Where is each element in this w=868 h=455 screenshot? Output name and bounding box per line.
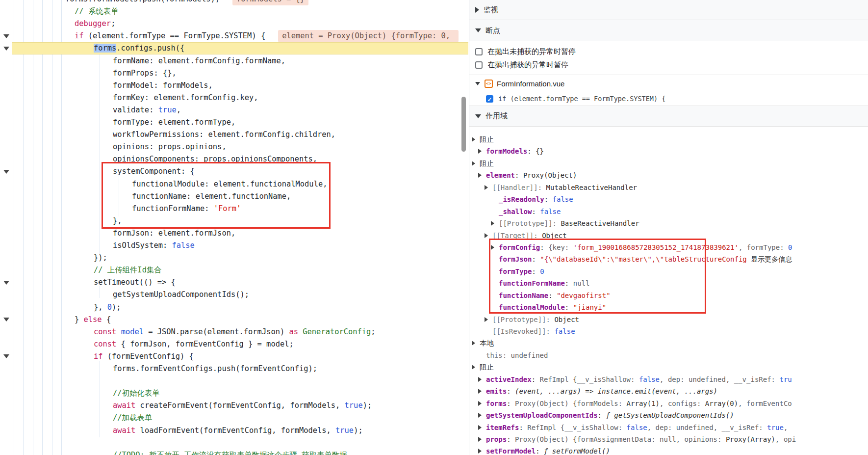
expand-arrow-icon[interactable]	[478, 413, 482, 418]
expand-arrow-icon[interactable]	[472, 341, 475, 346]
expand-arrow-icon[interactable]	[472, 137, 475, 142]
source-editor[interactable]: forms.formModels.push(formModels);formMo…	[0, 0, 469, 455]
section-breakpoints-header[interactable]: 断点	[469, 20, 868, 41]
scope-variable-row[interactable]: formConfig: {key: 'form_1900168685728305…	[469, 241, 868, 253]
pause-uncaught-checkbox[interactable]	[475, 48, 483, 55]
code-line[interactable]: forms.formEventConfigs.push(formEventCon…	[113, 363, 317, 375]
code-line[interactable]: isOldSystem: false	[113, 240, 195, 252]
scope-variable-row[interactable]: element: Proxy(Object)	[469, 169, 868, 181]
code-line[interactable]: formModel: formModels,	[113, 80, 213, 92]
expand-arrow-icon[interactable]	[478, 149, 482, 154]
scope-variable-row[interactable]: formType: 0	[469, 266, 868, 277]
scope-variable-row[interactable]: functionalModule: "jianyi"	[469, 301, 868, 313]
code-line[interactable]: functionName: element.functionName,	[132, 190, 291, 203]
fold-arrow-icon[interactable]	[3, 281, 9, 285]
expand-arrow-icon[interactable]	[485, 233, 488, 238]
code-line[interactable]: forms.formModels.push(formModels);formMo…	[65, 0, 308, 5]
code-line[interactable]: //TODO: 暂不放开,工作流没有获取表单数据这个步骤,获取表单数据	[113, 449, 347, 455]
chevron-down-icon[interactable]	[475, 28, 481, 32]
pause-on-uncaught-row[interactable]: 在抛出未捕获的异常时暂停	[469, 45, 868, 58]
code-line[interactable]: await createFormEvent(formEventConfig, f…	[113, 400, 372, 412]
expand-arrow-icon[interactable]	[485, 185, 488, 190]
expand-arrow-icon[interactable]	[472, 161, 475, 166]
breakpoint-file-group[interactable]: <> FormInformation.vue	[469, 75, 868, 92]
code-line[interactable]: // 系统表单	[75, 5, 118, 18]
code-line[interactable]: //初始化表单	[113, 387, 160, 400]
code-line[interactable]: },	[113, 215, 122, 227]
expand-arrow-icon[interactable]	[478, 449, 482, 454]
scope-variable-row[interactable]: functionFormName: null	[469, 277, 868, 289]
expand-arrow-icon[interactable]	[478, 425, 482, 430]
code-line[interactable]: });	[94, 252, 107, 264]
scope-variable-row[interactable]: functionName: "devgaofirst"	[469, 290, 868, 301]
fold-arrow-icon[interactable]	[3, 318, 9, 321]
code-line[interactable]: formName: element.formConfig.formName,	[113, 55, 285, 67]
scope-variable-row[interactable]: activeIndex: RefImpl {__v_isShallow: fal…	[469, 374, 868, 385]
code-line[interactable]: if (formEventConfig) {	[94, 350, 194, 363]
editor-scrollbar-thumb[interactable]	[461, 97, 466, 152]
code-line[interactable]: if (element.formType == FormType.SYSTEM)…	[75, 30, 459, 42]
expand-arrow-icon[interactable]	[485, 317, 488, 322]
fold-arrow-icon[interactable]	[3, 354, 9, 358]
code-line[interactable]: opinions: props.opinions,	[113, 141, 227, 153]
scope-variable-row[interactable]: setFormModel: ƒ setFormModel()	[469, 445, 868, 455]
code-line[interactable]: functionalModule: element.functionalModu…	[132, 178, 327, 190]
expand-arrow-icon[interactable]	[478, 173, 482, 178]
pause-caught-checkbox[interactable]	[475, 61, 483, 69]
scope-variable-row[interactable]: _isReadonly: false	[469, 193, 868, 205]
scope-section-row[interactable]: 阻止	[469, 361, 868, 373]
code-line[interactable]: getSystemUploadComponentIds();	[113, 289, 249, 301]
fold-arrow-icon[interactable]	[3, 47, 9, 51]
section-scope-header[interactable]: 作用域	[469, 106, 868, 127]
code-line[interactable]: formJson: element.formJson,	[113, 227, 235, 240]
code-line[interactable]: setTimeout(() => {	[94, 276, 176, 289]
scope-variable-row[interactable]: [[Prototype]]: Object	[469, 314, 868, 325]
scope-variable-row[interactable]: props: Proxy(Object) {formAssignmentData…	[469, 433, 868, 445]
expand-arrow-icon[interactable]	[478, 401, 482, 406]
code-line[interactable]: await loadFormEvent(formEventConfig, for…	[113, 425, 363, 437]
code-line[interactable]: forms.configs.push({	[94, 42, 184, 54]
expand-arrow-icon[interactable]	[491, 221, 494, 226]
code-line[interactable]: } else {	[75, 314, 111, 326]
code-line[interactable]: }, 0);	[94, 301, 121, 314]
expand-arrow-icon[interactable]	[478, 377, 482, 382]
scope-variable-row[interactable]: this: undefined	[469, 349, 868, 361]
section-watch-header[interactable]: 监视	[469, 0, 868, 20]
code-line[interactable]: formProps: {},	[113, 67, 177, 80]
scope-variable-row[interactable]: itemRefs: RefImpl {__v_isShallow: false,…	[469, 422, 868, 433]
scope-section-row[interactable]: 本地	[469, 337, 868, 349]
scope-variable-row[interactable]: [[IsRevoked]]: false	[469, 325, 868, 337]
expand-arrow-icon[interactable]	[472, 365, 475, 370]
chevron-down-icon[interactable]	[475, 82, 480, 85]
scope-variable-row[interactable]: getSystemUploadComponentIds: ƒ getSystem…	[469, 409, 868, 421]
code-line[interactable]: workflowPermissions: element.formConfig.…	[113, 129, 335, 141]
scope-variable-row[interactable]: _shallow: false	[469, 206, 868, 217]
code-line[interactable]: formType: element.formType,	[113, 116, 235, 129]
scope-variable-row[interactable]: forms: Proxy(Object) {formModels: Array(…	[469, 398, 868, 409]
code-line[interactable]: formKey: element.formConfig.key,	[113, 92, 258, 104]
scope-variable-row[interactable]: formJson: "{\"databaseId\":\"master\",\"…	[469, 253, 868, 265]
chevron-right-icon[interactable]	[475, 7, 479, 13]
code-line[interactable]: // 上传组件Id集合	[94, 264, 162, 276]
expand-arrow-icon[interactable]	[491, 245, 494, 250]
expand-arrow-icon[interactable]	[478, 389, 482, 394]
code-line[interactable]: systemComponent: {	[113, 165, 195, 178]
code-line[interactable]: debugger;	[75, 18, 115, 30]
code-line[interactable]: opinionsComponents: props.opinionsCompon…	[113, 153, 317, 165]
fold-arrow-icon[interactable]	[3, 170, 9, 174]
scope-variable-row[interactable]: emits: (event, ...args) => instance.emit…	[469, 385, 868, 397]
scope-section-row[interactable]: 阻止	[469, 158, 868, 169]
code-line[interactable]: validate: true,	[113, 104, 181, 116]
fold-arrow-icon[interactable]	[3, 34, 9, 38]
scope-variable-row[interactable]: [[Target]]: Object	[469, 230, 868, 241]
scope-variable-row[interactable]: formModels: {}	[469, 145, 868, 157]
expand-arrow-icon[interactable]	[478, 437, 482, 442]
breakpoint-checkbox[interactable]: ✓	[486, 95, 493, 103]
chevron-down-icon[interactable]	[475, 114, 481, 118]
code-line[interactable]: //加载表单	[113, 412, 152, 424]
scope-section-row[interactable]: 阻止	[469, 134, 868, 145]
code-line[interactable]: functionFormName: 'Form'	[132, 203, 241, 215]
scope-variable-row[interactable]: [[Prototype]]: BaseReactiveHandler	[469, 217, 868, 229]
pause-on-caught-row[interactable]: 在抛出捕获的异常时暂停	[469, 58, 868, 72]
scope-variable-row[interactable]: [[Handler]]: MutableReactiveHandler	[469, 182, 868, 193]
